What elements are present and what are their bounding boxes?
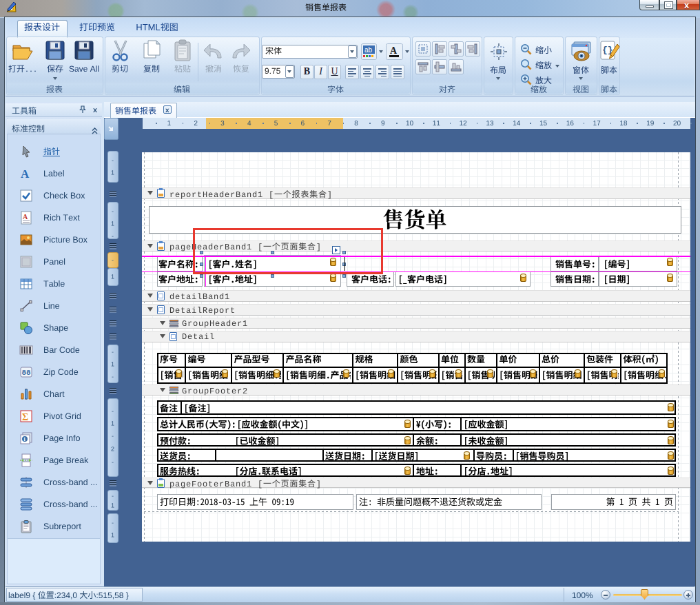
svg-text:A: A <box>21 167 30 181</box>
svg-text:ab: ab <box>364 46 373 54</box>
svg-text:Σ: Σ <box>22 412 28 422</box>
svg-text:A: A <box>23 213 28 221</box>
svg-text:A: A <box>390 45 398 56</box>
svg-text:88: 88 <box>22 369 32 377</box>
